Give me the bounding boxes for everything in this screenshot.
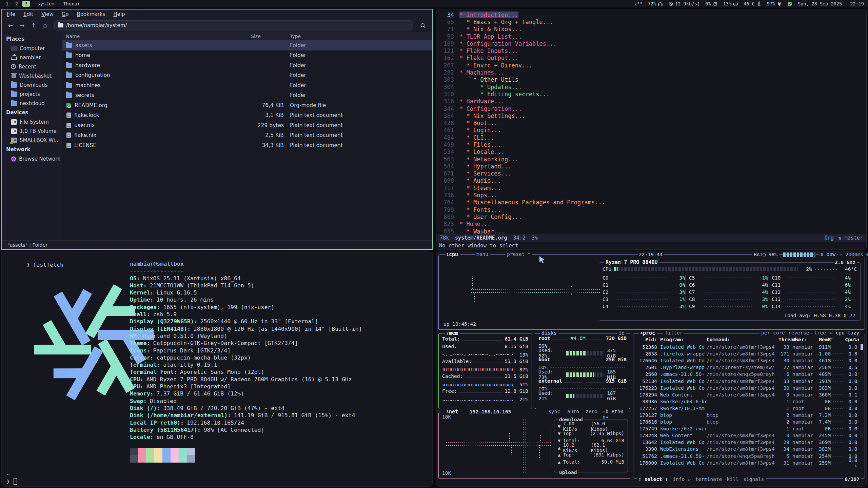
updates-module[interactable] (787, 1, 792, 6)
file-row[interactable]: assets Folder (62, 40, 432, 50)
process-row[interactable]: 2658 .firefox-wrappe /nix/store/sm8fmrf3… (636, 350, 860, 357)
io-tab[interactable]: io (617, 330, 626, 336)
sidebar-device-item[interactable]: SMALLBOX Wi... (2, 136, 62, 145)
back-button[interactable]: ← (5, 21, 16, 30)
vc-branch: ⇅ master (839, 235, 863, 241)
process-row[interactable]: 2601 .Hyprland-wrapp /run/current-system… (636, 364, 860, 371)
process-row[interactable]: 178248 Web Content /nix/store/sm8fmrf3wp… (636, 432, 860, 439)
terminate-button[interactable]: terminate (695, 476, 722, 482)
column-header-size[interactable]: Size (248, 34, 287, 39)
file-row[interactable]: README.org 76,4 KiB Org-mode file (62, 100, 432, 110)
sidebar-device-item[interactable]: 1,0 TB Volume (2, 126, 62, 136)
preset-button[interactable]: preset * (505, 251, 532, 257)
process-row[interactable]: 38936 kworker/u64:6-kc 1 root 0B 0.0 (636, 398, 860, 405)
cpu-tab[interactable]: 1cpu (445, 251, 460, 258)
menu-item[interactable]: Help (113, 11, 125, 17)
sidebar-item[interactable]: Wastebasket (2, 71, 62, 80)
menu-item[interactable]: Edit (23, 11, 33, 17)
search-button[interactable] (417, 21, 429, 30)
file-type-icon (66, 73, 72, 78)
sidebar-item-icon (11, 101, 17, 106)
sidebar-device-item[interactable]: File System (2, 117, 62, 126)
org-line: 825 * Home... (438, 221, 865, 228)
sidebar-item[interactable]: Computer (2, 44, 62, 53)
up-button[interactable]: ↑ (28, 21, 39, 30)
battery-module[interactable]: 97% (767, 1, 782, 6)
home-button[interactable]: ⌂ (40, 21, 50, 30)
temperature-module[interactable]: 46°C (744, 1, 762, 6)
file-row[interactable]: configuration Folder (62, 70, 432, 81)
file-type-icon (66, 143, 71, 148)
process-row[interactable]: 52134 Isolated Web Co /nix/store/sm8fmrf… (636, 378, 860, 384)
sidebar-item[interactable]: nextcloud (2, 99, 62, 108)
update-interval[interactable]: - 2000ms + (838, 252, 868, 257)
process-row[interactable]: 3390 WebExtensions /nix/store/sm8fmrf3wp… (636, 446, 860, 452)
file-row[interactable]: flake.lock 3,1 KiB Plain text document (62, 110, 432, 121)
proc-scrollbar[interactable] (861, 344, 863, 350)
sidebar-item[interactable]: projects (2, 89, 62, 99)
menu-button[interactable]: menu (475, 251, 490, 257)
process-row[interactable]: 178294 Web Content /nix/store/sm8fmrf3wp… (636, 391, 860, 398)
network-module[interactable]: (2.9kb/s) (668, 1, 700, 6)
net-zero-button[interactable]: zero (584, 409, 599, 414)
reverse-button[interactable]: reverse (787, 330, 811, 336)
process-row[interactable]: 176646 Isolated Web Co /nix/store/sm8fmr… (636, 357, 860, 364)
column-header-name[interactable]: Name (62, 34, 248, 39)
cpu-graph-line (471, 289, 600, 290)
path-bar[interactable]: /home/nambiar/system/ (54, 20, 413, 30)
process-row[interactable]: 176000 Isolated Web Co /nix/store/sm8fmr… (636, 460, 860, 466)
process-row[interactable]: 177257 kworker/10:1-mm_ 1 root 0B 0.0 (636, 405, 860, 412)
net-sync-button[interactable]: sync (547, 409, 562, 414)
process-row[interactable]: 51762 .emacs-31.0.50- /nix/store/wnqz5pa… (636, 453, 860, 460)
process-row[interactable]: 175749 kworker/6:2-even 1 root 0B 0.0 (636, 425, 860, 432)
org-line: 344 * Configuration... (438, 105, 865, 112)
sidebar-item[interactable]: Recent (2, 62, 62, 71)
workspace-button[interactable]: 1 (3, 1, 11, 7)
sidebar-item[interactable]: Downloads (2, 80, 62, 89)
workspace-button[interactable]: 2 (13, 1, 20, 7)
file-row[interactable]: home Folder (62, 50, 432, 61)
file-row[interactable]: hardware Folder (62, 60, 432, 70)
prompt-icon: ❯ (6, 478, 10, 485)
volume-module[interactable]: 72% (648, 1, 663, 6)
fastfetch-line: Battery (5B11H56417): 98% [AC Connected] (130, 427, 362, 434)
clock-module[interactable]: Sun, 28 Sep 2025 - 22:19 (798, 1, 864, 6)
menu-item[interactable]: Bookmarks (77, 11, 105, 17)
sidebar-network-item[interactable]: Browse Network (2, 154, 62, 163)
mem-tab[interactable]: 2mem (445, 330, 460, 336)
process-row[interactable]: 52368 Isolated Web Co /nix/store/sm8fmrf… (636, 344, 860, 350)
file-row[interactable]: LICENSE 34,3 KiB Plain text document (62, 140, 432, 150)
process-row[interactable]: 176223 Isolated Web Co /nix/store/sm8fmr… (636, 385, 860, 391)
file-row[interactable]: machines Folder (62, 80, 432, 90)
file-row[interactable]: secrets Folder (62, 90, 432, 101)
proc-tab[interactable]: 4proc (639, 330, 657, 336)
filter-button[interactable]: filter (663, 330, 684, 336)
tree-button[interactable]: tree (812, 330, 828, 336)
net-interface-switcher[interactable]: ←b eth0 n→ (601, 409, 630, 420)
file-row[interactable]: flake.nix 2,5 KiB Plain text document (62, 130, 432, 141)
proc-header[interactable]: Pid: Program: Command: Threads: User: Me… (636, 336, 860, 343)
info-button[interactable]: info ↵ (673, 476, 690, 482)
kill-button[interactable]: kill (727, 476, 738, 482)
fastfetch-line: Display (LEN414B): 2880x1800 @ 120 Hz (a… (130, 326, 362, 333)
file-row[interactable]: user.nix 229 bytes Plain text document (62, 120, 432, 130)
menu-item[interactable]: Go (62, 11, 69, 17)
process-row[interactable]: 178616 btop btop 2 nambiar 7.4M 0.0 (636, 419, 860, 425)
process-row[interactable]: 2660 .emacs-31.0.50- /nix/store/wnqz5pa8… (636, 371, 860, 378)
memory-module[interactable]: 13% (723, 1, 738, 6)
select-hint[interactable]: ↑ select ↓ (638, 476, 668, 482)
signals-button[interactable]: signals (743, 476, 764, 482)
sidebar-item[interactable]: nambiar (2, 53, 62, 62)
forward-button[interactable]: → (17, 21, 27, 30)
column-header-type[interactable]: Type (287, 34, 432, 39)
menu-item[interactable]: File (7, 11, 15, 17)
workspace-button[interactable]: 3 (22, 1, 30, 7)
idle-inhibitor[interactable]: zᶻᶻ (634, 1, 642, 6)
menu-item[interactable]: View (41, 11, 54, 17)
per-core-button[interactable]: per-core (760, 330, 787, 336)
cpu-module[interactable]: 0% (705, 1, 717, 6)
process-row[interactable]: 13642 Isolated Web Co /nix/store/sm8fmrf… (636, 439, 860, 446)
org-line: 93 * TLDR App List... (438, 33, 865, 40)
process-row[interactable]: 179127 btop btop 2 nambiar 7.3M 0.0 (636, 412, 860, 419)
net-auto-button[interactable]: auto (566, 409, 581, 414)
